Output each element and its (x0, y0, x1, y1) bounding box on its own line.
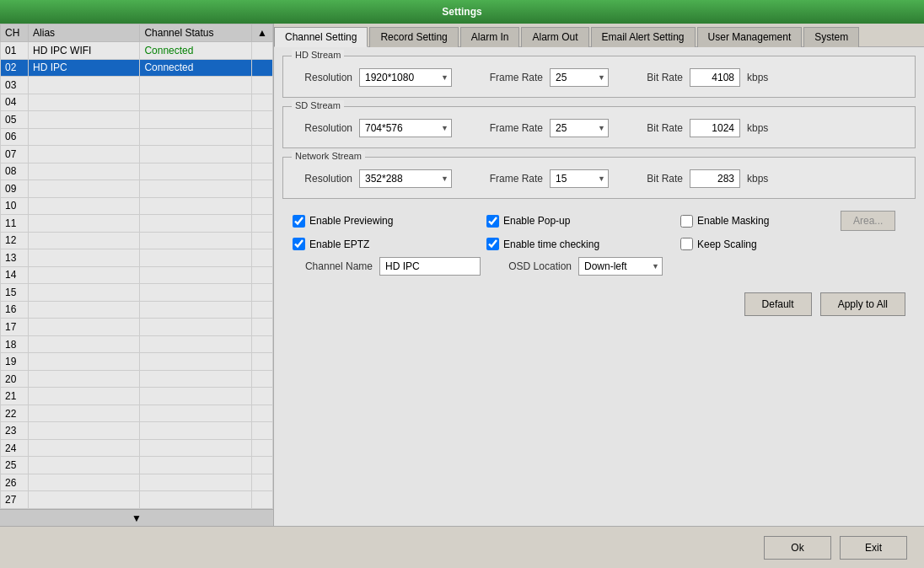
cell-status (140, 474, 251, 491)
cell-status (140, 215, 251, 233)
enable-eptz-checkbox[interactable] (293, 238, 305, 250)
cell-ch: 16 (1, 301, 29, 319)
enable-previewing-label: Enable Previewing (309, 215, 393, 227)
table-row[interactable]: 19 (1, 353, 273, 371)
cell-status (140, 77, 251, 94)
cell-status (140, 353, 251, 371)
sort-arrow[interactable]: ▲ (251, 24, 272, 42)
cell-ch: 15 (1, 284, 29, 302)
table-row[interactable]: 06 (1, 128, 273, 146)
table-row[interactable]: 13 (1, 249, 273, 267)
cell-ch: 05 (1, 111, 29, 129)
net-framerate-dropdown[interactable]: 2515105 (550, 169, 609, 188)
tab-alarm-out[interactable]: Alarm Out (521, 27, 588, 47)
osd-location-select[interactable]: Down-leftUp-leftDown-rightUp-right (578, 257, 663, 276)
cell-arrow (251, 319, 272, 336)
cell-status (140, 128, 251, 146)
tab-record-setting[interactable]: Record Setting (369, 27, 458, 47)
sd-bitrate-input[interactable] (690, 119, 740, 137)
tab-email-alert[interactable]: Email Alert Setting (591, 27, 696, 47)
table-row[interactable]: 21 (1, 388, 273, 405)
table-row[interactable]: 04 (1, 94, 273, 111)
cell-ch: 12 (1, 232, 29, 249)
cell-ch: 13 (1, 249, 29, 267)
ok-button[interactable]: Ok (764, 536, 831, 560)
net-bitrate-label: Bit Rate (632, 173, 683, 185)
cell-ch: 10 (1, 197, 29, 215)
table-row[interactable]: 27 (1, 491, 273, 509)
enable-time-checking-checkbox[interactable] (486, 238, 499, 250)
network-stream-group: Network Stream Resolution 1920*10801280*… (282, 157, 916, 199)
table-row[interactable]: 23 (1, 422, 273, 440)
table-row[interactable]: 07 (1, 146, 273, 163)
hd-framerate-select[interactable]: 2515105 (550, 68, 609, 87)
cell-status (140, 94, 251, 111)
hd-framerate-dropdown[interactable]: 2515105 (550, 68, 609, 87)
cell-status (140, 266, 251, 284)
table-row[interactable]: 08 (1, 163, 273, 180)
sd-resolution-select[interactable]: 1920*10801280*720704*576352*288 (359, 119, 452, 137)
enable-previewing-checkbox[interactable] (293, 215, 305, 228)
cell-arrow (251, 215, 272, 233)
table-row[interactable]: 20 (1, 370, 273, 388)
table-row[interactable]: 14 (1, 266, 273, 284)
keep-scaling-checkbox[interactable] (680, 238, 693, 250)
cell-arrow (251, 59, 272, 77)
table-row[interactable]: 02HD IPCConnected (1, 59, 273, 77)
area-button[interactable]: Area... (841, 211, 895, 231)
net-bitrate-input[interactable] (690, 169, 740, 188)
table-row[interactable]: 16 (1, 301, 273, 319)
table-row[interactable]: 11 (1, 215, 273, 233)
sd-framerate-select[interactable]: 2515105 (550, 119, 609, 137)
net-resolution-select[interactable]: 1920*10801280*720704*576352*288 (359, 169, 452, 188)
title-bar: Settings (0, 0, 924, 24)
cell-arrow (251, 77, 272, 94)
tab-user-management[interactable]: User Management (697, 27, 803, 47)
tab-alarm-in[interactable]: Alarm In (460, 27, 520, 47)
tab-channel-setting[interactable]: Channel Setting (274, 27, 368, 47)
table-row[interactable]: 26 (1, 474, 273, 491)
cell-ch: 24 (1, 439, 29, 457)
table-row[interactable]: 15 (1, 284, 273, 302)
net-framerate-select[interactable]: 2515105 (550, 169, 609, 188)
table-row[interactable]: 10 (1, 197, 273, 215)
keep-scaling-label: Keep Scaling (697, 238, 757, 250)
table-row[interactable]: 09 (1, 180, 273, 198)
cell-status (140, 301, 251, 319)
table-row[interactable]: 12 (1, 232, 273, 249)
hd-bitrate-input[interactable] (690, 68, 740, 87)
sd-framerate-dropdown[interactable]: 2515105 (550, 119, 609, 137)
hd-resolution-select[interactable]: 1920*10801280*720704*576352*288 (359, 68, 452, 87)
table-row[interactable]: 03 (1, 77, 273, 94)
table-row[interactable]: 17 (1, 319, 273, 336)
cell-ch: 21 (1, 388, 29, 405)
table-row[interactable]: 18 (1, 335, 273, 353)
osd-location-dropdown[interactable]: Down-leftUp-leftDown-rightUp-right (578, 257, 663, 276)
cell-ch: 27 (1, 491, 29, 509)
cell-ch: 17 (1, 319, 29, 336)
default-button[interactable]: Default (744, 292, 812, 316)
scroll-down-btn[interactable]: ▼ (0, 509, 273, 526)
table-row[interactable]: 01HD IPC WIFIConnected (1, 42, 273, 60)
channel-name-input[interactable] (379, 257, 481, 276)
table-row[interactable]: 24 (1, 439, 273, 457)
cell-arrow (251, 128, 272, 146)
table-row[interactable]: 22 (1, 405, 273, 422)
apply-to-all-button[interactable]: Apply to All (820, 292, 905, 316)
tab-system[interactable]: System (803, 27, 859, 47)
cell-alias (29, 249, 140, 267)
exit-button[interactable]: Exit (840, 536, 907, 560)
hd-resolution-dropdown[interactable]: 1920*10801280*720704*576352*288 (359, 68, 452, 87)
cell-ch: 26 (1, 474, 29, 491)
table-row[interactable]: 05 (1, 111, 273, 129)
col-header-status: Channel Status (140, 24, 251, 42)
cell-status (140, 284, 251, 302)
cell-status (140, 232, 251, 249)
table-row[interactable]: 25 (1, 457, 273, 474)
cell-alias (29, 388, 140, 405)
sd-resolution-dropdown[interactable]: 1920*10801280*720704*576352*288 (359, 119, 452, 137)
enable-popup-checkbox[interactable] (486, 215, 499, 228)
enable-masking-checkbox[interactable] (680, 215, 693, 228)
net-resolution-dropdown[interactable]: 1920*10801280*720704*576352*288 (359, 169, 452, 188)
net-kbps: kbps (747, 173, 768, 185)
